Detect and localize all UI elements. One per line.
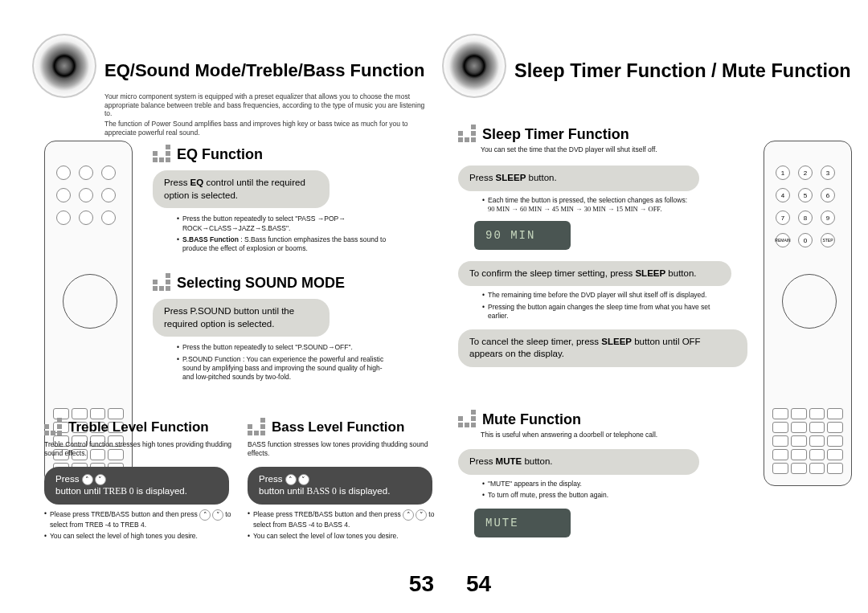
up-down-icon: ˄˅ bbox=[82, 474, 106, 485]
mute-pill: Press MUTE button. bbox=[458, 449, 699, 475]
mute-bullet-1: •"MUTE" appears in the display. bbox=[482, 480, 731, 488]
lcd-display-mute: MUTE bbox=[474, 509, 571, 537]
treble-bullet-1: • Please press TREB/BASS button and then… bbox=[44, 509, 245, 529]
page-54: Sleep Timer Function / Mute Function 123… bbox=[458, 0, 852, 613]
sleep-desc: You can set the time that the DVD player… bbox=[481, 145, 657, 153]
bass-section: Bass Level Function BASS function stress… bbox=[248, 418, 444, 541]
intro-p2: The function of Power Sound amplifies ba… bbox=[104, 120, 434, 137]
sleep-pill-2: To confirm the sleep timer setting, pres… bbox=[458, 261, 731, 287]
treble-bullet-2: •You can select the level of high tones … bbox=[44, 532, 245, 541]
mute-bullet-2: •To turn off mute, press the button agai… bbox=[482, 491, 731, 500]
bass-bullet-1: • Please press TREB/BASS button and then… bbox=[248, 509, 444, 529]
bullet-decor-icon bbox=[248, 418, 267, 437]
sleep-pill-3: To cancel the sleep timer, press SLEEP b… bbox=[458, 329, 747, 367]
lcd-display-sleep: 90 MIN bbox=[474, 221, 571, 250]
bullet-decor-icon bbox=[458, 125, 477, 144]
treble-instruction-pill: Press ˄˅ button until TREB 0 is displaye… bbox=[44, 467, 229, 505]
eq-bullet-2: •S.BASS Function : S.Bass function empha… bbox=[177, 235, 394, 254]
speaker-icon bbox=[32, 34, 96, 98]
sound-bullet-2: •P.SOUND Function : You can experience t… bbox=[177, 355, 394, 382]
sound-mode-section: Selecting SOUND MODE Press P.SOUND butto… bbox=[153, 273, 434, 382]
page-title: EQ/Sound Mode/Treble/Bass Function bbox=[104, 60, 424, 81]
sleep-pill-1: Press SLEEP button. bbox=[458, 166, 699, 191]
treble-heading-text: Treble Level Function bbox=[68, 419, 209, 435]
treble-section: Treble Level Function Treble Control fun… bbox=[44, 418, 245, 541]
page-title: Sleep Timer Function / Mute Function bbox=[514, 60, 851, 82]
sound-instruction-pill: Press P.SOUND button until the required … bbox=[153, 299, 330, 337]
bass-bullet-2: •You can select the level of low tones y… bbox=[248, 532, 444, 541]
up-down-icon: ˄˅ bbox=[285, 474, 309, 485]
bass-heading-text: Bass Level Function bbox=[272, 419, 404, 435]
eq-heading-text: EQ Function bbox=[177, 146, 263, 163]
bullet-decor-icon bbox=[44, 418, 63, 437]
bass-heading: Bass Level Function bbox=[248, 418, 444, 437]
intro-p1: Your micro component system is equipped … bbox=[104, 92, 434, 118]
mute-section: Mute Function This is useful when answer… bbox=[458, 410, 755, 537]
sleep-bullet-2: •The remaining time before the DVD playe… bbox=[482, 291, 731, 300]
speaker-icon bbox=[442, 34, 506, 98]
mute-heading: Mute Function bbox=[458, 410, 755, 429]
eq-instruction-pill: Press EQ control until the required opti… bbox=[153, 170, 330, 208]
sleep-section: Sleep Timer Function You can set the tim… bbox=[458, 125, 755, 367]
bullet-decor-icon bbox=[153, 273, 172, 292]
treble-heading: Treble Level Function bbox=[44, 418, 245, 437]
eq-heading: EQ Function bbox=[153, 145, 434, 164]
up-down-icon: ˄˅ bbox=[199, 509, 223, 521]
sound-heading-text: Selecting SOUND MODE bbox=[177, 275, 345, 292]
sleep-heading-text: Sleep Timer Function bbox=[482, 126, 629, 143]
remote-illustration: 123 456 789 REMAIN0STEP bbox=[764, 141, 852, 486]
page-number: 54 bbox=[466, 571, 491, 597]
bullet-decor-icon bbox=[458, 410, 477, 429]
sleep-heading: Sleep Timer Function bbox=[458, 125, 755, 144]
bullet-decor-icon bbox=[153, 145, 172, 164]
page-number: 53 bbox=[409, 571, 434, 597]
page-53: EQ/Sound Mode/Treble/Bass Function Your … bbox=[48, 0, 442, 613]
bass-desc: BASS function stresses low tones providi… bbox=[248, 440, 428, 457]
eq-section: EQ Function Press EQ control until the r… bbox=[153, 145, 434, 254]
mute-heading-text: Mute Function bbox=[482, 411, 581, 428]
intro-text: Your micro component system is equipped … bbox=[104, 92, 434, 137]
sound-bullet-1: •Press the button repeatedly to select "… bbox=[177, 343, 394, 352]
sound-heading: Selecting SOUND MODE bbox=[153, 273, 434, 292]
sleep-bullet-3: •Pressing the button again changes the s… bbox=[482, 303, 731, 321]
treble-desc: Treble Control function stresses high to… bbox=[44, 440, 231, 457]
up-down-icon: ˄˅ bbox=[403, 509, 427, 521]
eq-bullet-1: •Press the button repeatedly to select "… bbox=[177, 215, 394, 233]
sleep-bullet-1: • Each time the button is pressed, the s… bbox=[482, 196, 731, 215]
mute-desc: This is useful when answering a doorbell… bbox=[481, 431, 657, 439]
bass-instruction-pill: Press ˄˅ button until BASS 0 is displaye… bbox=[248, 467, 432, 505]
